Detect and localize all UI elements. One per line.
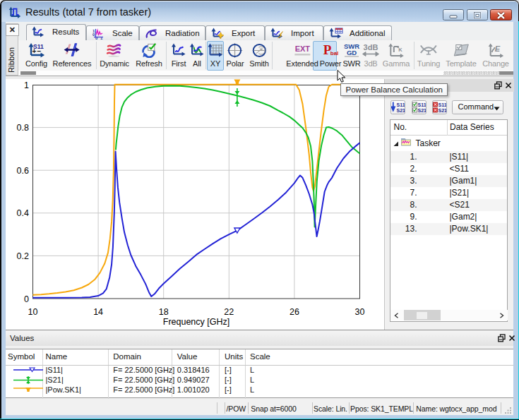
svg-text:S21: S21	[417, 108, 426, 113]
svg-text:26: 26	[290, 307, 299, 317]
svg-text:0: 0	[24, 294, 29, 304]
svg-text:0.8: 0.8	[17, 123, 29, 133]
svg-text:S11: S11	[417, 102, 426, 107]
svg-text:30: 30	[355, 307, 365, 317]
svg-text:Frequency [GHz]: Frequency [GHz]	[163, 317, 229, 327]
svg-text:S11: S11	[438, 102, 446, 107]
svg-text:+: +	[32, 47, 37, 55]
svg-text:EXT: EXT	[294, 44, 310, 53]
svg-text:E: E	[494, 44, 500, 53]
svg-text:K: K	[399, 47, 403, 53]
svg-text:bal: bal	[330, 50, 339, 56]
svg-text:18: 18	[159, 307, 169, 317]
svg-text:−: −	[37, 47, 42, 55]
svg-text:0.6: 0.6	[17, 166, 29, 176]
svg-text:0.4: 0.4	[17, 208, 29, 218]
svg-text:3dB: 3dB	[364, 43, 378, 52]
svg-text:S21: S21	[438, 108, 446, 113]
svg-text:1: 1	[100, 36, 103, 40]
svg-text:S21: S21	[396, 108, 405, 113]
svg-text:0.2: 0.2	[17, 251, 29, 261]
svg-text:22: 22	[224, 307, 234, 317]
svg-text:GD: GD	[347, 49, 357, 56]
svg-text:14: 14	[93, 307, 103, 317]
svg-text:1: 1	[24, 80, 29, 90]
svg-text:S11: S11	[396, 102, 405, 107]
svg-text:10: 10	[28, 307, 38, 317]
